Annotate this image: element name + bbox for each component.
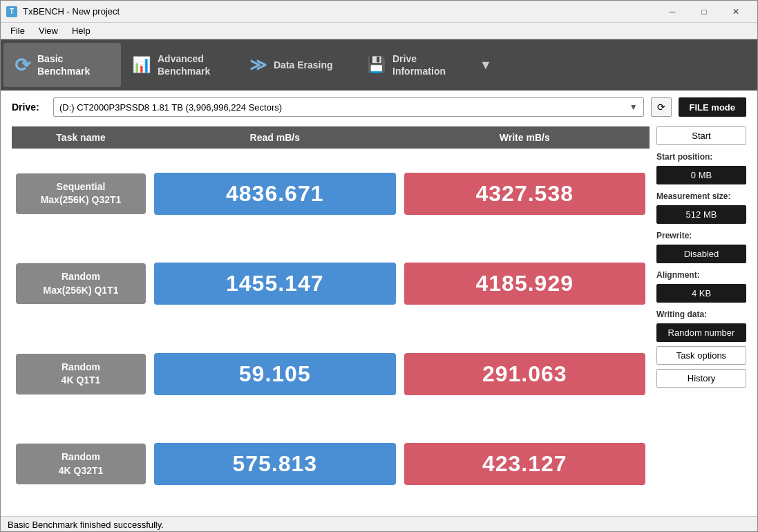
start-button[interactable]: Start (656, 126, 746, 145)
alignment-label: Alignment: (656, 270, 746, 280)
toolbar-data-erasing[interactable]: ≫ Data Erasing (238, 43, 356, 87)
task-options-button[interactable]: Task options (656, 346, 746, 365)
basic-benchmark-icon: ⟳ (15, 54, 30, 77)
task-label-1: RandomMax(256K) Q1T1 (16, 263, 146, 304)
measurement-size-label: Measurement size: (656, 191, 746, 201)
file-mode-button[interactable]: FILE mode (679, 97, 746, 117)
task-cell-2: Random4K Q1T1 (12, 329, 150, 419)
basic-benchmark-label: BasicBenchmark (37, 53, 90, 77)
read-cell-0: 4836.671 (150, 149, 400, 239)
task-cell-0: SequentialMax(256K) Q32T1 (12, 149, 150, 239)
write-cell-0: 4327.538 (400, 149, 650, 239)
write-value-1: 4185.929 (404, 263, 646, 305)
titlebar: T TxBENCH - New project ─ □ ✕ (1, 1, 757, 23)
writing-data-value[interactable]: Random number (656, 323, 746, 342)
statusbar: Basic Benchmark finished successfully. (1, 516, 757, 532)
task-cell-1: RandomMax(256K) Q1T1 (12, 239, 150, 330)
alignment-value[interactable]: 4 KB (656, 284, 746, 303)
drive-refresh-button[interactable]: ⟳ (651, 97, 672, 117)
history-button[interactable]: History (656, 369, 746, 388)
table-row: SequentialMax(256K) Q32T14836.6714327.53… (12, 149, 650, 239)
titlebar-left: T TxBENCH - New project (6, 6, 120, 17)
start-position-value[interactable]: 0 MB (656, 166, 746, 184)
menu-help[interactable]: Help (65, 24, 97, 37)
toolbar: ⟳ BasicBenchmark 📊 AdvancedBenchmark ≫ D… (1, 39, 757, 91)
advanced-benchmark-icon: 📊 (132, 56, 151, 74)
writing-data-label: Writing data: (656, 310, 746, 319)
menu-file[interactable]: File (3, 24, 32, 37)
data-erasing-icon: ≫ (249, 55, 267, 75)
drive-bar: Drive: (D:) CT2000P3PSSD8 1.81 TB (3,906… (12, 97, 746, 117)
menubar: File View Help (1, 23, 757, 39)
refresh-icon: ⟳ (657, 102, 665, 113)
app-title: TxBENCH - New project (23, 6, 120, 17)
write-cell-3: 423.127 (400, 419, 650, 510)
benchmark-area: Task name Read mB/s Write mB/s Sequentia… (12, 126, 650, 509)
write-value-0: 4327.538 (404, 173, 646, 215)
advanced-benchmark-label: AdvancedBenchmark (158, 53, 210, 77)
status-text: Basic Benchmark finished successfully. (8, 520, 164, 530)
minimize-button[interactable]: ─ (656, 1, 688, 23)
chevron-down-icon: ▼ (629, 102, 638, 112)
data-erasing-label: Data Erasing (274, 59, 333, 71)
main-content: Drive: (D:) CT2000P3PSSD8 1.81 TB (3,906… (1, 91, 757, 516)
write-value-3: 423.127 (404, 443, 646, 485)
drive-select[interactable]: (D:) CT2000P3PSSD8 1.81 TB (3,906,996,22… (53, 97, 644, 117)
read-value-1: 1455.147 (154, 263, 396, 305)
content-area: Task name Read mB/s Write mB/s Sequentia… (12, 126, 746, 509)
table-row: Random4K Q1T159.105291.063 (12, 329, 650, 419)
toolbar-dropdown-button[interactable]: ▼ (473, 43, 498, 87)
measurement-size-value[interactable]: 512 MB (656, 205, 746, 224)
drive-select-value: (D:) CT2000P3PSSD8 1.81 TB (3,906,996,22… (59, 102, 282, 113)
toolbar-drive-information[interactable]: 💾 DriveInformation (356, 43, 473, 87)
write-cell-2: 291.063 (400, 329, 650, 419)
read-value-0: 4836.671 (154, 173, 396, 215)
drive-label: Drive: (12, 102, 46, 113)
col-write: Write mB/s (400, 126, 650, 149)
titlebar-controls: ─ □ ✕ (656, 1, 752, 23)
toolbar-advanced-benchmark[interactable]: 📊 AdvancedBenchmark (121, 43, 238, 87)
start-position-label: Start position: (656, 152, 746, 162)
write-value-2: 291.063 (404, 353, 646, 395)
app-icon: T (6, 6, 17, 17)
toolbar-basic-benchmark[interactable]: ⟳ BasicBenchmark (3, 43, 121, 87)
task-label-3: Random4K Q32T1 (16, 444, 146, 484)
read-cell-3: 575.813 (150, 419, 400, 510)
col-task: Task name (12, 126, 150, 149)
task-label-0: SequentialMax(256K) Q32T1 (16, 173, 146, 214)
drive-information-icon: 💾 (367, 56, 386, 74)
col-read: Read mB/s (150, 126, 400, 149)
read-value-2: 59.105 (154, 353, 396, 395)
table-row: Random4K Q32T1575.813423.127 (12, 419, 650, 510)
read-value-3: 575.813 (154, 443, 396, 485)
benchmark-table: Task name Read mB/s Write mB/s Sequentia… (12, 126, 650, 509)
read-cell-1: 1455.147 (150, 239, 400, 330)
right-panel: Start Start position: 0 MB Measurement s… (656, 126, 746, 509)
prewrite-value[interactable]: Disabled (656, 245, 746, 263)
read-cell-2: 59.105 (150, 329, 400, 419)
write-cell-1: 4185.929 (400, 239, 650, 330)
close-button[interactable]: ✕ (720, 1, 752, 23)
table-row: RandomMax(256K) Q1T11455.1474185.929 (12, 239, 650, 330)
prewrite-label: Prewrite: (656, 231, 746, 240)
task-cell-3: Random4K Q32T1 (12, 419, 150, 510)
menu-view[interactable]: View (32, 24, 65, 37)
drive-information-label: DriveInformation (392, 53, 446, 77)
maximize-button[interactable]: □ (688, 1, 720, 23)
task-label-2: Random4K Q1T1 (16, 354, 146, 395)
